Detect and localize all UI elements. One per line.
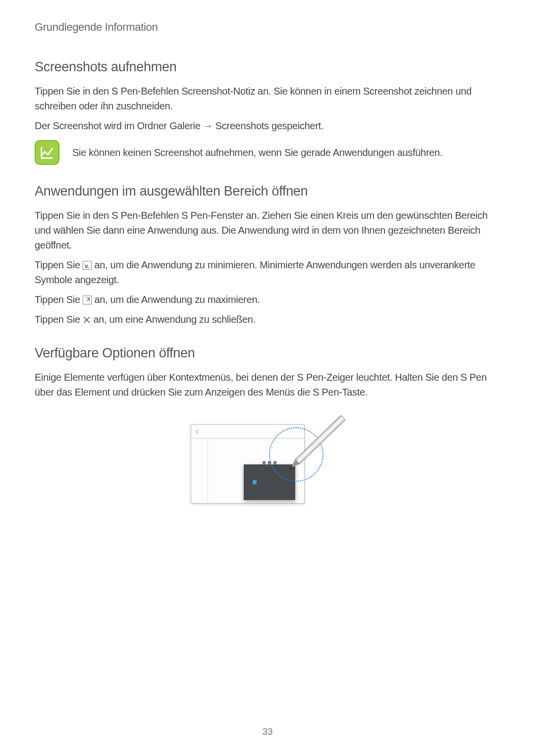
section-apps: Anwendungen im ausgewählten Bereich öffn… [35, 184, 500, 327]
paragraph: Tippen Sie an, um die Anwendung zu minim… [35, 257, 500, 287]
heading-options: Verfügbare Optionen öffnen [35, 346, 500, 361]
paragraph: Tippen Sie an, um die Anwendung zu maxim… [35, 292, 500, 307]
page-number: 33 [0, 726, 535, 737]
maximize-icon [83, 296, 92, 304]
heading-screenshot: Screenshots aufnehmen [35, 59, 500, 75]
paragraph: Tippen Sie an, um eine Anwendung zu schl… [35, 312, 500, 327]
callout-text: Sie können keinen Screenshot aufnehmen, … [72, 147, 442, 158]
section-options: Verfügbare Optionen öffnen Einige Elemen… [35, 346, 500, 505]
section-screenshot: Screenshots aufnehmen Tippen Sie in den … [35, 59, 500, 165]
paragraph: Tippen Sie in den S Pen-Befehlen Screens… [35, 84, 500, 113]
callout-note: Sie können keinen Screenshot aufnehmen, … [35, 140, 500, 165]
note-icon [35, 140, 59, 165]
paragraph: Der Screenshot wird im Ordner Galerie → … [35, 118, 500, 133]
minimize-icon [83, 261, 92, 270]
heading-apps: Anwendungen im ausgewählten Bereich öffn… [35, 184, 500, 199]
illustration-context-menu: < [191, 408, 344, 505]
page-header: Grundlegende Information [35, 21, 500, 34]
close-icon [83, 316, 91, 324]
paragraph: Tippen Sie in den S Pen-Befehlen S Pen-F… [35, 208, 500, 252]
paragraph: Einige Elemente verfügen über Kontextmen… [35, 370, 500, 400]
